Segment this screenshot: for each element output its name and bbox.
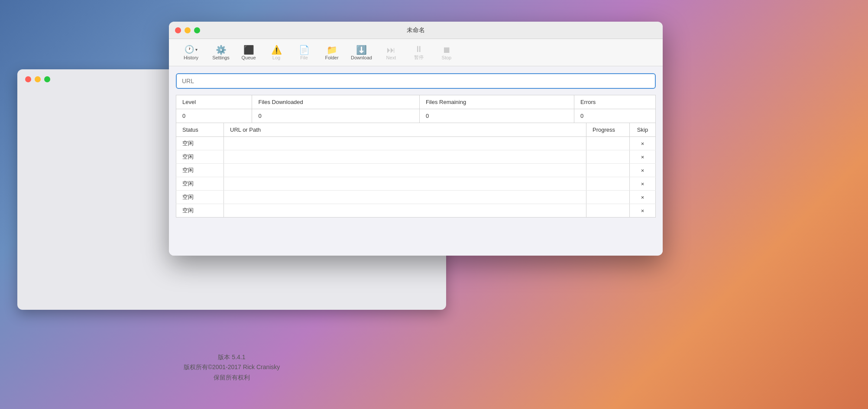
download-icon: ⬇️ — [356, 45, 367, 55]
queue-skip-4[interactable]: × — [630, 191, 656, 204]
minimize-button[interactable] — [185, 27, 191, 33]
left-minimize-button[interactable] — [35, 76, 41, 82]
queue-col-skip: Skip — [630, 123, 656, 137]
queue-status-0: 空闲 — [176, 137, 224, 150]
toolbar-settings-button[interactable]: ⚙️ Settings — [208, 42, 234, 63]
toolbar-pause-button[interactable]: ⏸ 暂停 — [406, 42, 432, 63]
stats-downloaded-value: 0 — [252, 109, 420, 123]
folder-icon: 📁 — [327, 45, 337, 55]
toolbar-folder-button[interactable]: 📁 Folder — [319, 42, 345, 63]
left-traffic-lights — [25, 76, 50, 82]
stats-col-remaining: Files Remaining — [420, 95, 574, 109]
queue-url-1 — [224, 150, 586, 164]
queue-url-4 — [224, 191, 586, 204]
title-bar: 未命名 — [169, 22, 663, 39]
close-button[interactable] — [175, 27, 181, 33]
queue-label: Queue — [241, 55, 256, 60]
stats-col-downloaded: Files Downloaded — [252, 95, 420, 109]
left-maximize-button[interactable] — [44, 76, 50, 82]
queue-status-1: 空闲 — [176, 150, 224, 164]
file-icon: 📄 — [299, 45, 310, 55]
history-icon: 🕐 — [185, 45, 194, 54]
queue-progress-1 — [586, 150, 630, 164]
toolbar-queue-button[interactable]: ⬛ Queue — [236, 42, 262, 63]
file-label: File — [300, 55, 308, 60]
queue-url-2 — [224, 164, 586, 177]
window-title: 未命名 — [407, 26, 425, 34]
chevron-down-icon: ▾ — [195, 47, 198, 52]
queue-skip-5[interactable]: × — [630, 204, 656, 217]
queue-progress-4 — [586, 191, 630, 204]
queue-skip-3[interactable]: × — [630, 177, 656, 191]
stop-label: Stop — [442, 55, 452, 60]
copyright-line1: 版权所有©2001-2017 Rick Cranisky — [17, 362, 446, 373]
queue-skip-1[interactable]: × — [630, 150, 656, 164]
queue-row: 空闲 × — [176, 137, 656, 150]
content-area: Level Files Downloaded Files Remaining E… — [169, 66, 663, 256]
traffic-lights — [175, 27, 200, 33]
queue-progress-5 — [586, 204, 630, 217]
skip-forward-icon: ⏭ — [387, 45, 395, 55]
stop-icon: ⏹ — [442, 45, 451, 55]
download-label: Download — [351, 55, 372, 60]
queue-row: 空闲 × — [176, 191, 656, 204]
stats-col-level: Level — [176, 95, 252, 109]
bottom-info: 版本 5.4.1 版权所有©2001-2017 Rick Cranisky 保留… — [17, 352, 446, 383]
gear-icon: ⚙️ — [216, 45, 227, 55]
queue-url-3 — [224, 177, 586, 191]
folder-label: Folder — [325, 55, 338, 60]
queue-col-url: URL or Path — [224, 123, 586, 137]
stats-col-errors: Errors — [574, 95, 655, 109]
stats-level-value: 0 — [176, 109, 252, 123]
version-label: 版本 5.4.1 — [17, 352, 446, 363]
queue-table: Status URL or Path Progress Skip 空闲 × 空闲… — [176, 123, 656, 217]
queue-url-5 — [224, 204, 586, 217]
copyright-line2: 保留所有权利 — [17, 373, 446, 383]
url-input[interactable] — [176, 73, 656, 89]
warning-icon: ⚠️ — [271, 45, 282, 55]
toolbar: 🕐 ▾ History ⚙️ Settings ⬛ Queue ⚠️ Log 📄… — [169, 39, 663, 66]
queue-row: 空闲 × — [176, 177, 656, 191]
pause-icon: ⏸ — [415, 44, 423, 54]
maximize-button[interactable] — [194, 27, 200, 33]
toolbar-next-button[interactable]: ⏭ Next — [378, 42, 404, 63]
toolbar-history-button[interactable]: 🕐 ▾ History — [176, 42, 206, 63]
queue-progress-0 — [586, 137, 630, 150]
toolbar-download-button[interactable]: ⬇️ Download — [347, 42, 376, 63]
toolbar-log-button[interactable]: ⚠️ Log — [263, 42, 289, 63]
queue-skip-0[interactable]: × — [630, 137, 656, 150]
queue-row: 空闲 × — [176, 150, 656, 164]
settings-label: Settings — [212, 55, 230, 60]
pause-label: 暂停 — [414, 54, 424, 61]
queue-status-4: 空闲 — [176, 191, 224, 204]
queue-col-status: Status — [176, 123, 224, 137]
left-close-button[interactable] — [25, 76, 31, 82]
queue-skip-2[interactable]: × — [630, 164, 656, 177]
main-window: 未命名 🕐 ▾ History ⚙️ Settings ⬛ Queue ⚠️ L… — [169, 22, 663, 256]
queue-progress-3 — [586, 177, 630, 191]
queue-status-5: 空闲 — [176, 204, 224, 217]
queue-status-3: 空闲 — [176, 177, 224, 191]
stats-row: 0 0 0 0 — [176, 109, 656, 123]
stats-remaining-value: 0 — [420, 109, 574, 123]
toolbar-file-button[interactable]: 📄 File — [291, 42, 317, 63]
stats-table: Level Files Downloaded Files Remaining E… — [176, 95, 656, 123]
stats-errors-value: 0 — [574, 109, 655, 123]
queue-col-progress: Progress — [586, 123, 630, 137]
log-label: Log — [272, 55, 280, 60]
queue-row: 空闲 × — [176, 164, 656, 177]
layers-icon: ⬛ — [243, 45, 254, 55]
queue-status-2: 空闲 — [176, 164, 224, 177]
queue-progress-2 — [586, 164, 630, 177]
queue-row: 空闲 × — [176, 204, 656, 217]
history-label: History — [184, 55, 198, 60]
next-label: Next — [386, 55, 396, 60]
queue-url-0 — [224, 137, 586, 150]
toolbar-stop-button[interactable]: ⏹ Stop — [434, 42, 460, 63]
